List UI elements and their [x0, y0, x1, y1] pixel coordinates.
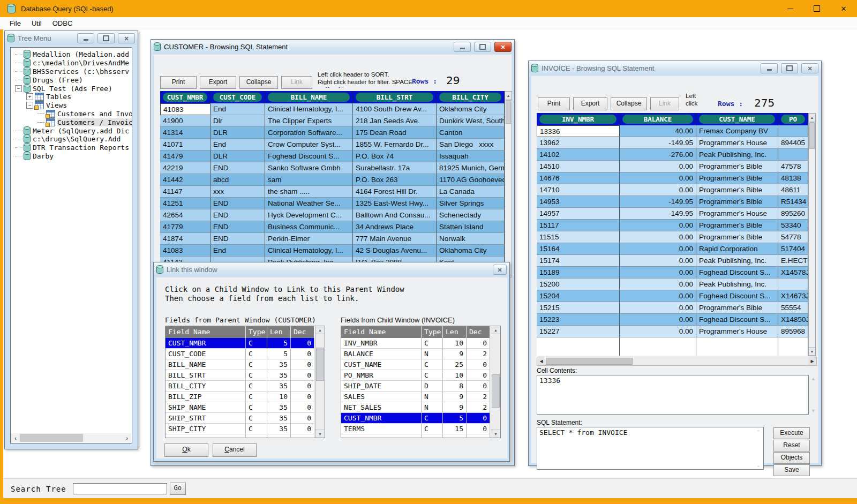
field-row[interactable]: BILL_STRTC350 [166, 370, 325, 381]
grid-cell[interactable]: 1170 AG Goohoeved. [437, 174, 505, 186]
field-row[interactable]: TERMSC150 [341, 424, 500, 434]
field-cell[interactable]: 25 [443, 359, 467, 370]
field-cell[interactable]: C [246, 359, 267, 370]
field-cell[interactable]: 0 [291, 424, 314, 434]
scroll-right-icon[interactable]: › [123, 433, 131, 442]
scrollbar-thumb[interactable] [492, 374, 500, 408]
grid-cell[interactable]: Peak Publishing, Inc. [696, 149, 778, 161]
grid-cell[interactable]: 517404 [778, 243, 808, 255]
field-cell[interactable]: C [246, 402, 267, 413]
tree-item[interactable]: +Tables [11, 93, 132, 101]
grid-cell[interactable]: 0.00 [620, 314, 696, 326]
objects-button[interactable]: Objects [773, 452, 810, 464]
field-cell[interactable]: 10 [443, 370, 467, 381]
field-cell[interactable]: SHIP_CITY [166, 424, 246, 434]
field-cell[interactable]: 0 [291, 359, 314, 370]
field-cell[interactable]: 10 [443, 338, 467, 349]
grid-cell[interactable]: Issaquah [437, 151, 505, 162]
grid-cell[interactable]: Clinical Hematology, I... [265, 245, 353, 257]
scroll-down-icon[interactable]: ▼ [315, 430, 325, 438]
scroll-up-icon[interactable]: ▲ [491, 326, 500, 334]
grid-cell[interactable]: 14510 [537, 161, 620, 172]
grid-cell[interactable]: 41479 [160, 151, 211, 162]
grid-cell[interactable]: Crow Computer Syst... [265, 139, 353, 151]
grid-cell[interactable]: Programmer's Bible [696, 161, 778, 172]
grid-cell[interactable]: 48611 [778, 184, 808, 196]
field-cell[interactable]: N [422, 392, 443, 402]
grid-cell[interactable]: 14102 [537, 149, 620, 161]
grid-cell[interactable]: END [211, 198, 265, 209]
field-cell[interactable]: C [246, 424, 267, 434]
field-cell[interactable]: C [246, 338, 267, 349]
collapse-button[interactable]: Collapse [239, 76, 278, 89]
field-cell[interactable]: 35 [267, 381, 291, 392]
field-cell[interactable]: CUST_NAME [341, 359, 422, 370]
grid-cell[interactable]: 15189 [537, 267, 620, 279]
grid-cell[interactable]: 41779 [160, 221, 211, 233]
scroll-down-icon[interactable]: ▼ [809, 347, 815, 355]
grid-cell[interactable]: -149.95 [620, 137, 696, 149]
grid-cell[interactable]: 42219 [160, 162, 211, 174]
field-row[interactable]: NET_SALESN92 [341, 402, 500, 413]
grid-cell[interactable]: 0.00 [620, 220, 696, 231]
grid-cell[interactable]: Schenectady [437, 209, 505, 221]
grid-cell[interactable]: 15215 [537, 302, 620, 314]
field-cell[interactable]: 8 [443, 381, 467, 392]
grid-cell[interactable]: -276.00 [620, 149, 696, 161]
go-button[interactable]: Go [170, 483, 186, 495]
column-header[interactable]: CUST_CODE [211, 91, 265, 103]
grid-cell[interactable] [778, 125, 808, 137]
grid-cell[interactable]: Surabellastr. 17a [353, 162, 437, 174]
column-header[interactable]: CUST_NMBR [160, 91, 211, 103]
field-row[interactable]: CUST_NMBRC50 [166, 338, 325, 349]
field-cell[interactable]: 0 [467, 370, 490, 381]
grid-cell[interactable]: 4164 Forest Hill Dr. [353, 186, 437, 198]
grid-cell[interactable]: 11515 [537, 231, 620, 243]
grid-cell[interactable]: 0.00 [620, 243, 696, 255]
field-cell[interactable]: 9 [443, 392, 467, 402]
field-cell[interactable]: 2 [467, 392, 490, 402]
field-cell[interactable]: CUST_CODE [166, 349, 246, 359]
grid-cell[interactable]: 894405 [778, 137, 808, 149]
scroll-up-icon[interactable]: ▲ [315, 326, 325, 334]
collapse-icon[interactable]: − [15, 85, 22, 92]
field-cell[interactable]: INV_NMBR [341, 338, 422, 349]
field-cell[interactable]: BALANCE [341, 349, 422, 359]
link-button[interactable]: Link [281, 76, 312, 89]
grid-cell[interactable]: San Diego xxxx [437, 139, 505, 151]
grid-cell[interactable]: 41314 [160, 127, 211, 139]
customer-titlebar[interactable]: CUSTOMER - Browsing SQL Statement [151, 40, 514, 54]
tree-item[interactable]: Customers / Invoic [11, 118, 132, 126]
grid-cell[interactable]: 14710 [537, 184, 620, 196]
grid-cell[interactable]: 15223 [537, 314, 620, 326]
field-cell[interactable]: SALES [341, 392, 422, 402]
export-button[interactable]: Export [573, 97, 607, 110]
grid-cell[interactable]: 41442 [160, 174, 211, 186]
grid-cell[interactable]: 48138 [778, 172, 808, 184]
grid-cell[interactable]: 1855 W. Fernardo Dr... [353, 139, 437, 151]
tree-item[interactable]: Darby [11, 152, 132, 161]
grid-cell[interactable]: END [211, 209, 265, 221]
save-button[interactable]: Save [773, 464, 810, 476]
menu-util[interactable]: Util [26, 19, 47, 27]
scrollbar-thumb[interactable] [316, 348, 324, 381]
scrollbar-thumb[interactable] [20, 434, 83, 442]
minimize-button[interactable] [454, 42, 471, 52]
grid-cell[interactable]: Programmer's House [696, 326, 778, 337]
field-cell[interactable]: 0 [291, 392, 314, 402]
grid-cell[interactable]: Corporation Software... [265, 127, 353, 139]
grid-cell[interactable]: 41251 [160, 198, 211, 209]
grid-cell[interactable]: xxx [211, 186, 265, 198]
field-cell[interactable]: C [246, 349, 267, 359]
field-cell[interactable]: BILL_STRT [166, 370, 246, 381]
field-column-header[interactable]: Type [422, 326, 443, 338]
app-close-button[interactable]: ✕ [830, 0, 857, 17]
grid-cell[interactable]: 1325 East-West Hwy... [353, 198, 437, 209]
grid-cell[interactable]: 0.00 [620, 302, 696, 314]
field-cell[interactable]: CUST_NMBR [166, 338, 246, 349]
field-cell[interactable]: 2 [467, 402, 490, 413]
grid-cell[interactable]: 15117 [537, 220, 620, 231]
grid-cell[interactable]: End [211, 103, 265, 115]
tree-item[interactable]: Medallion (Medalion.add [11, 50, 132, 59]
field-cell[interactable]: 0 [467, 413, 490, 424]
